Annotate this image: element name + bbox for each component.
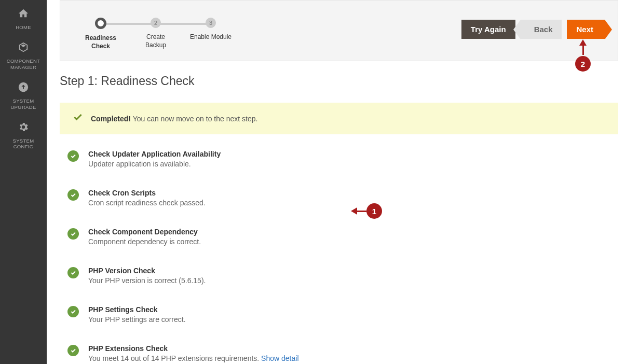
check-desc: You meet 14 out of 14 PHP extensions req… bbox=[88, 354, 613, 362]
wizard-buttons: Try Again Back Next bbox=[461, 8, 605, 39]
sidebar-item-label: SYSTEM CONFIG bbox=[3, 138, 44, 150]
check-title: PHP Settings Check bbox=[88, 305, 613, 314]
check-updater: Check Updater Application Availability U… bbox=[67, 150, 613, 168]
upload-icon bbox=[18, 81, 29, 96]
sidebar-item-system-config[interactable]: SYSTEM CONFIG bbox=[0, 116, 47, 156]
success-icon bbox=[67, 150, 79, 162]
step-label: CreateBackup bbox=[145, 33, 166, 49]
wizard-steps: ReadinessCheck 2 CreateBackup 3 Enable M… bbox=[73, 8, 238, 50]
check-icon bbox=[73, 112, 83, 125]
check-php-settings: PHP Settings Check Your PHP settings are… bbox=[67, 305, 613, 324]
step-circle-active bbox=[95, 18, 106, 29]
wizard-bar: ReadinessCheck 2 CreateBackup 3 Enable M… bbox=[60, 0, 618, 61]
success-icon bbox=[67, 228, 79, 240]
alert-message: You can now move on to the next step. bbox=[131, 115, 257, 123]
check-desc: Component dependency is correct. bbox=[88, 237, 613, 246]
alert-strong: Completed! bbox=[91, 115, 131, 123]
check-cron: Check Cron Scripts Cron script readiness… bbox=[67, 189, 613, 207]
annotation-badge-1: 1 bbox=[366, 203, 382, 219]
alert-text: Completed! You can now move on to the ne… bbox=[91, 115, 257, 123]
check-desc-text: You meet 14 out of 14 PHP extensions req… bbox=[88, 354, 261, 362]
check-dependency: Check Component Dependency Component dep… bbox=[67, 228, 613, 246]
success-icon bbox=[67, 267, 79, 278]
page-title: Step 1: Readiness Check bbox=[60, 74, 618, 88]
step-connector bbox=[101, 23, 156, 25]
check-php-extensions: PHP Extensions Check You meet 14 out of … bbox=[67, 344, 613, 362]
success-icon bbox=[67, 345, 79, 356]
step-circle: 3 bbox=[206, 18, 216, 28]
check-desc: Cron script readiness check passed. bbox=[88, 199, 613, 207]
step-enable-module: 3 Enable Module bbox=[183, 18, 238, 41]
success-icon bbox=[67, 306, 79, 317]
annotation-arrow-2 bbox=[579, 39, 587, 55]
back-button[interactable]: Back bbox=[521, 20, 562, 39]
check-content: PHP Settings Check Your PHP settings are… bbox=[88, 305, 613, 324]
next-button[interactable]: Next bbox=[567, 20, 605, 39]
sidebar-item-label: SYSTEM UPGRADE bbox=[3, 98, 44, 110]
try-again-button[interactable]: Try Again bbox=[461, 20, 515, 39]
sidebar-item-component-manager[interactable]: COMPONENT MANAGER bbox=[0, 36, 47, 76]
box-icon bbox=[18, 41, 29, 56]
check-php-version: PHP Version Check Your PHP version is co… bbox=[67, 267, 613, 285]
checks-list: Check Updater Application Availability U… bbox=[60, 134, 618, 362]
alert-completed: Completed! You can now move on to the ne… bbox=[60, 103, 618, 134]
check-content: Check Cron Scripts Cron script readiness… bbox=[88, 189, 613, 207]
step-connector bbox=[156, 23, 211, 25]
sidebar-item-system-upgrade[interactable]: SYSTEM UPGRADE bbox=[0, 76, 47, 116]
annotation-badge-2: 2 bbox=[575, 56, 591, 72]
sidebar-item-label: HOME bbox=[16, 24, 31, 30]
gear-icon bbox=[18, 121, 29, 136]
annotation-arrow-1 bbox=[351, 207, 366, 215]
step-label: ReadinessCheck bbox=[85, 34, 116, 50]
sidebar-item-label: COMPONENT MANAGER bbox=[3, 58, 44, 70]
check-desc: Your PHP version is correct (5.6.15). bbox=[88, 276, 613, 285]
check-title: PHP Extensions Check bbox=[88, 344, 613, 353]
check-title: Check Updater Application Availability bbox=[88, 150, 613, 158]
success-icon bbox=[67, 189, 79, 201]
step-circle: 2 bbox=[151, 18, 161, 28]
home-icon bbox=[18, 8, 29, 22]
check-desc: Your PHP settings are correct. bbox=[88, 315, 613, 324]
check-desc: Updater application is available. bbox=[88, 160, 613, 168]
sidebar-item-home[interactable]: HOME bbox=[0, 3, 47, 36]
sidebar: HOME COMPONENT MANAGER SYSTEM UPGRADE SY… bbox=[0, 0, 47, 364]
show-detail-link[interactable]: Show detail bbox=[261, 354, 298, 362]
main-content: ReadinessCheck 2 CreateBackup 3 Enable M… bbox=[47, 0, 626, 364]
page-content: Step 1: Readiness Check Completed! You c… bbox=[47, 61, 626, 364]
step-label: Enable Module bbox=[190, 33, 232, 41]
check-title: PHP Version Check bbox=[88, 267, 613, 275]
step-readiness-check: ReadinessCheck bbox=[73, 18, 128, 50]
check-title: Check Component Dependency bbox=[88, 228, 613, 236]
check-content: Check Updater Application Availability U… bbox=[88, 150, 613, 168]
check-title: Check Cron Scripts bbox=[88, 189, 613, 197]
check-content: PHP Version Check Your PHP version is co… bbox=[88, 267, 613, 285]
check-content: PHP Extensions Check You meet 14 out of … bbox=[88, 344, 613, 362]
check-content: Check Component Dependency Component dep… bbox=[88, 228, 613, 246]
